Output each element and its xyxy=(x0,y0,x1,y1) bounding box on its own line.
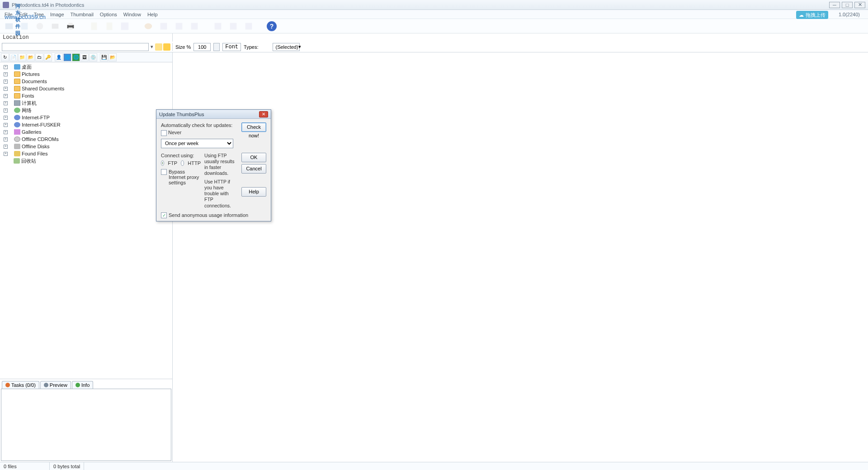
expand-icon[interactable]: + xyxy=(4,145,8,149)
ftp-info: Using FTP usually results in faster down… xyxy=(204,153,238,177)
types-label: Types: xyxy=(244,44,258,50)
menu-options[interactable]: Options xyxy=(100,12,117,17)
close-button[interactable]: ✕ xyxy=(854,2,865,8)
tree-tb-6[interactable]: 🔑 xyxy=(44,53,52,61)
tree-tb-9[interactable]: 🌐 xyxy=(72,53,80,61)
toolbar-palette-button[interactable] xyxy=(142,20,155,32)
toolbar-btn-12[interactable] xyxy=(188,20,201,32)
never-checkbox[interactable] xyxy=(161,130,167,136)
font-button[interactable]: Font xyxy=(222,43,241,51)
favorite-button[interactable] xyxy=(163,43,170,51)
tree-tb-3[interactable]: 📁 xyxy=(18,53,26,61)
tree-node[interactable]: 回收站 xyxy=(2,157,170,164)
tree-tb-2[interactable]: 📄 xyxy=(9,53,18,61)
toolbar-btn-1[interactable] xyxy=(3,20,15,32)
menu-image[interactable]: Image xyxy=(50,12,64,17)
tree-node[interactable]: +Galleries xyxy=(2,128,170,136)
frequency-select[interactable]: Once per week xyxy=(161,139,233,148)
menu-file[interactable]: File xyxy=(5,12,13,17)
tree-node[interactable]: +Found Files xyxy=(2,150,170,157)
expand-icon[interactable]: + xyxy=(4,87,8,91)
tree-node[interactable]: +Offline CDROMs xyxy=(2,136,170,143)
dialog-titlebar[interactable]: Update ThumbsPlus ✕ xyxy=(156,110,271,119)
toolbar-btn-15[interactable] xyxy=(242,20,255,32)
expand-icon[interactable]: + xyxy=(4,152,8,156)
tree-node[interactable]: +网络 xyxy=(2,107,170,114)
toolbar-btn-4[interactable] xyxy=(49,20,61,32)
tree-node[interactable]: +Fonts xyxy=(2,92,170,99)
tree-node[interactable]: +Pictures xyxy=(2,70,170,78)
tree-tb-11[interactable]: 💿 xyxy=(89,53,97,61)
tree-tb-8[interactable]: 🌐 xyxy=(63,53,71,61)
size-spinner[interactable] xyxy=(213,43,220,51)
tree-node[interactable]: +Shared Documents xyxy=(2,85,170,92)
tree-tb-10[interactable]: 🖼 xyxy=(80,53,89,61)
expand-icon[interactable]: + xyxy=(4,72,8,76)
bypass-checkbox[interactable] xyxy=(161,169,167,175)
toolbar-btn-10[interactable] xyxy=(157,20,170,32)
expand-icon[interactable]: + xyxy=(4,65,8,69)
tab-info[interactable]: Info xyxy=(72,381,93,389)
menu-tree[interactable]: Tree xyxy=(34,12,44,17)
menu-window[interactable]: Window xyxy=(123,12,141,17)
ftp-radio[interactable] xyxy=(161,160,164,166)
tree-node[interactable]: +Internet-FUSKER xyxy=(2,121,170,128)
maximize-button[interactable]: □ xyxy=(842,2,853,8)
help-icon[interactable]: ? xyxy=(267,21,277,31)
toolbar-btn-8[interactable] xyxy=(118,20,131,32)
dialog-close-button[interactable]: ✕ xyxy=(259,111,268,118)
tree-tb-refresh[interactable]: ↻ xyxy=(1,53,9,61)
expand-icon[interactable]: + xyxy=(4,130,8,134)
cloud-icon: ☁ xyxy=(799,12,804,18)
cancel-button[interactable]: Cancel xyxy=(241,164,266,174)
tree-node[interactable]: +桌面 xyxy=(2,63,170,70)
expand-icon[interactable]: + xyxy=(4,123,8,127)
expand-icon[interactable]: + xyxy=(4,108,8,113)
tab-tasks[interactable]: Tasks (0/0) xyxy=(2,381,39,389)
toolbar-print-button[interactable] xyxy=(64,20,77,32)
folder-tree[interactable]: +桌面+Pictures+Documents+Shared Documents+… xyxy=(0,62,172,379)
folder-icon xyxy=(14,71,20,77)
menu-help[interactable]: Help xyxy=(147,12,158,17)
tree-tb-13[interactable]: 📂 xyxy=(108,53,117,61)
expand-icon[interactable]: + xyxy=(4,101,8,105)
toolbar-btn-13[interactable] xyxy=(212,20,224,32)
size-input[interactable] xyxy=(193,43,211,51)
toolbar-btn-14[interactable] xyxy=(227,20,240,32)
menu-edit[interactable]: Edit xyxy=(19,12,28,17)
tree-node[interactable]: +Internet-FTP xyxy=(2,114,170,121)
expand-icon[interactable]: + xyxy=(4,116,8,120)
tree-label: Pictures xyxy=(22,71,40,77)
toolbar-btn-3[interactable] xyxy=(33,20,46,32)
toolbar-btn-11[interactable] xyxy=(173,20,185,32)
check-now-button[interactable]: Check now! xyxy=(241,122,266,132)
tree-node[interactable]: +计算机 xyxy=(2,99,170,107)
minimize-button[interactable]: ─ xyxy=(829,2,840,8)
menu-thumbnail[interactable]: Thumbnail xyxy=(71,12,94,17)
folder-button[interactable] xyxy=(155,43,162,51)
dropdown-icon[interactable]: ▾ xyxy=(151,44,153,50)
tree-label: 计算机 xyxy=(22,100,37,107)
tree-label: Shared Documents xyxy=(22,86,64,91)
send-usage-checkbox[interactable] xyxy=(161,212,167,218)
tree-tb-12[interactable]: 💾 xyxy=(100,53,108,61)
tab-preview[interactable]: Preview xyxy=(40,381,71,389)
tree-tb-4[interactable]: 📂 xyxy=(27,53,35,61)
toolbar-btn-2[interactable] xyxy=(18,20,31,32)
drag-upload-button[interactable]: ☁ 拖拽上传 xyxy=(796,11,828,19)
expand-icon[interactable]: + xyxy=(4,137,8,141)
location-input[interactable] xyxy=(2,43,149,51)
toolbar-btn-7[interactable] xyxy=(103,20,116,32)
types-select[interactable]: (Selected)▾ xyxy=(273,43,300,51)
toolbar-btn-6[interactable] xyxy=(88,20,100,32)
tree-node[interactable]: +Offline Disks xyxy=(2,143,170,150)
tree-node[interactable]: +Documents xyxy=(2,78,170,85)
tree-tb-5[interactable]: 🗀 xyxy=(35,53,43,61)
thumbnail-area[interactable] xyxy=(173,52,868,462)
tree-tb-7[interactable]: 👤 xyxy=(55,53,63,61)
expand-icon[interactable]: + xyxy=(4,80,8,84)
help-button[interactable]: Help xyxy=(241,187,266,197)
ok-button[interactable]: OK xyxy=(241,153,266,162)
expand-icon[interactable]: + xyxy=(4,94,8,98)
http-radio[interactable] xyxy=(181,160,184,166)
